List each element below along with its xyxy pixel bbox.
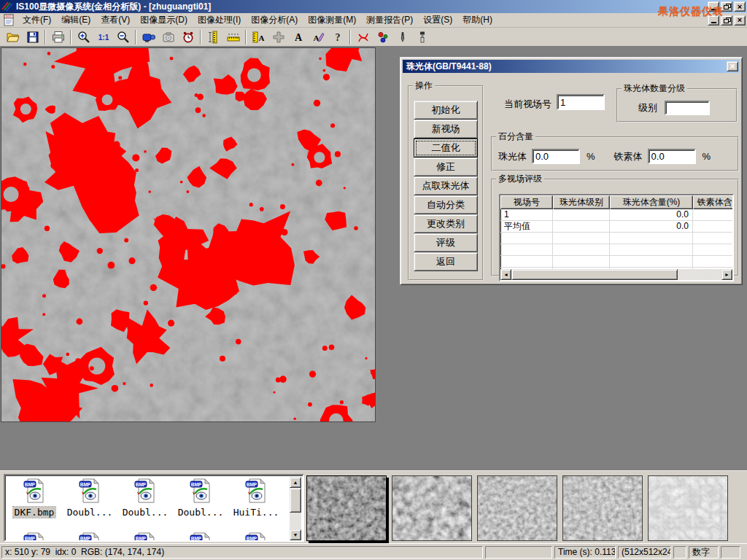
op-binarize-button[interactable]: 二值化 (414, 139, 478, 158)
help-button[interactable]: ? (328, 28, 347, 45)
metallograph-thumb-3[interactable] (477, 475, 557, 541)
ruler-horizontal-button[interactable] (223, 28, 243, 45)
actual-size-button[interactable]: 1:1 (93, 28, 113, 45)
zoom-in-button[interactable] (74, 28, 93, 45)
metallograph-thumb-5[interactable] (648, 475, 728, 541)
brush-tool-button[interactable] (412, 28, 432, 45)
op-auto-classify-button[interactable]: 自动分类 (414, 195, 478, 214)
table-row[interactable]: 平均值0.0 (500, 221, 732, 233)
menu-item-8[interactable]: 测量报告(P) (361, 12, 418, 28)
table-hscrollbar[interactable]: ◄ ► (500, 269, 732, 280)
column-header-1[interactable]: 视场号 (500, 195, 553, 209)
text-edit-button[interactable]: A (308, 28, 328, 45)
curve-measure-button[interactable] (353, 28, 373, 45)
menu-item-9[interactable]: 设置(S) (418, 12, 457, 28)
file-item-4[interactable]: BMPDoubl... (173, 478, 228, 518)
table-row[interactable]: 10.0 (500, 209, 732, 221)
percent-group: 百分含量 珠光体 % 铁素体 % (491, 131, 739, 171)
child-minimize-button[interactable] (708, 15, 719, 26)
measure-text-ruler-button[interactable]: A (249, 28, 268, 45)
scrollbar-thumb[interactable] (290, 488, 301, 513)
zoom-out-icon (116, 30, 131, 44)
move-cross-button[interactable] (268, 28, 288, 45)
table-row[interactable] (500, 233, 732, 244)
minimize-button[interactable] (708, 1, 719, 12)
restore-button[interactable] (721, 1, 732, 12)
document-system-icon[interactable]: DOC (2, 14, 15, 27)
table-row[interactable] (500, 256, 732, 268)
pearlite-percent-input[interactable] (532, 149, 580, 164)
window-controls: × (708, 1, 746, 12)
camera-capture-button[interactable] (158, 28, 178, 45)
scroll-left-button[interactable]: ◄ (500, 269, 511, 280)
help-icon: ? (330, 30, 345, 44)
multiview-table[interactable]: 视场号珠光体级别珠光体含量(%)铁素体含量(%) 10.0平均值0.0 ◄ ► (499, 194, 734, 281)
grade-level-input[interactable] (665, 101, 710, 115)
video-capture-button[interactable] (139, 28, 158, 45)
scroll-down-button[interactable]: ▼ (290, 529, 301, 540)
svg-text:BMP: BMP (191, 536, 202, 541)
ferrite-percent-input[interactable] (648, 149, 696, 164)
menu-item-2[interactable]: 编辑(E) (56, 12, 96, 28)
caliper-vertical-button[interactable] (204, 28, 223, 45)
file-item-clipped[interactable]: BMP (117, 532, 173, 540)
scroll-right-button[interactable]: ► (721, 269, 732, 280)
file-item-1[interactable]: BMPDKF.bmp (7, 478, 62, 518)
dialog-title-bar[interactable]: 珠光体(GB/T9441-88) × (403, 60, 740, 73)
zoom-out-button[interactable] (113, 28, 133, 45)
metallograph-thumb-1[interactable] (306, 475, 387, 541)
table-cell (610, 244, 693, 256)
child-close-button[interactable]: × (734, 15, 746, 26)
timer-clock-button[interactable] (178, 28, 198, 45)
metallograph-thumb-2[interactable] (392, 475, 472, 541)
menu-item-5[interactable]: 图像处理(I) (193, 12, 246, 28)
metallograph-thumb-4[interactable] (562, 475, 643, 541)
child-restore-button[interactable] (721, 15, 732, 26)
print-button[interactable] (48, 28, 68, 45)
column-header-3[interactable]: 珠光体含量(%) (610, 195, 693, 209)
file-item-3[interactable]: BMPDoubl... (117, 478, 173, 518)
scrollbar-track[interactable] (290, 513, 301, 529)
op-change-class-button[interactable]: 更改类别 (414, 214, 478, 233)
table-row[interactable] (500, 244, 732, 256)
phase-color-dots-icon (376, 30, 390, 44)
op-pick-pearlite-button[interactable]: 点取珠光体 (414, 176, 478, 195)
bmp-file-icon: BMP (23, 478, 45, 505)
op-new-field-button[interactable]: 新视场 (414, 120, 478, 139)
dialog-close-button[interactable]: × (727, 61, 738, 71)
file-item-clipped[interactable]: BMP (7, 532, 62, 540)
svg-text:BMP: BMP (80, 536, 91, 541)
close-button[interactable]: × (734, 1, 746, 12)
scroll-up-button[interactable]: ▲ (290, 477, 301, 488)
file-item-5[interactable]: BMPHuiTi... (228, 478, 284, 518)
menu-item-1[interactable]: 文件(F) (18, 12, 56, 28)
table-cell (553, 233, 610, 244)
op-return-button[interactable]: 返回 (414, 252, 478, 271)
column-header-4[interactable]: 铁素体含量(%) (693, 195, 734, 209)
file-item-clipped[interactable]: BMP (62, 532, 117, 540)
save-button[interactable] (23, 28, 42, 45)
op-grade-button[interactable]: 评级 (414, 233, 478, 252)
text-annotation-button[interactable]: A (288, 28, 308, 45)
menu-item-6[interactable]: 图像分析(A) (246, 12, 303, 28)
file-item-clipped[interactable]: BMP (173, 532, 228, 540)
menu-item-7[interactable]: 图像测量(M) (303, 12, 361, 28)
specimen-image[interactable] (1, 48, 375, 421)
file-item-2[interactable]: BMPDoubl... (62, 478, 117, 518)
pen-tool-button[interactable] (392, 28, 412, 45)
menu-item-4[interactable]: 图像显示(D) (135, 12, 193, 28)
phase-color-dots-button[interactable] (373, 28, 392, 45)
menu-item-10[interactable]: 帮助(H) (457, 12, 498, 28)
file-item-clipped[interactable]: BMP (228, 532, 284, 540)
column-header-2[interactable]: 珠光体级别 (553, 195, 610, 209)
scrollbar-track[interactable] (678, 269, 721, 280)
open-file-button[interactable] (3, 28, 23, 45)
close-icon: × (729, 62, 735, 71)
menu-item-3[interactable]: 查看(V) (96, 12, 135, 28)
op-correct-button[interactable]: 修正 (414, 158, 478, 176)
op-initialize-button[interactable]: 初始化 (414, 101, 478, 120)
current-view-input[interactable] (557, 94, 605, 110)
scrollbar-thumb[interactable] (511, 269, 678, 280)
file-name: Doubl... (121, 507, 170, 518)
file-list-scrollbar[interactable]: ▲ ▼ (290, 477, 301, 540)
